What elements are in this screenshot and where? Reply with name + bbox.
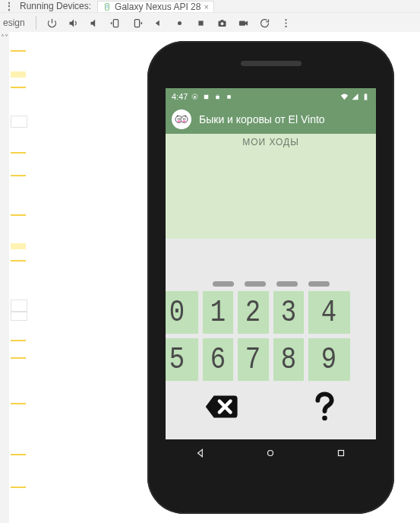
marker bbox=[11, 214, 26, 216]
phone-icon bbox=[103, 3, 112, 11]
svg-point-30 bbox=[268, 451, 273, 456]
power-icon[interactable] bbox=[46, 16, 59, 30]
svg-point-7 bbox=[221, 22, 224, 25]
cow-icon bbox=[174, 113, 189, 125]
marker bbox=[11, 243, 26, 249]
nav-back-icon[interactable] bbox=[195, 448, 206, 458]
svg-rect-15 bbox=[216, 95, 220, 99]
svg-point-23 bbox=[178, 119, 179, 120]
marker bbox=[11, 175, 26, 176]
marker bbox=[11, 312, 27, 321]
signal-icon bbox=[351, 93, 359, 101]
key-8[interactable]: 8 bbox=[273, 338, 305, 381]
wifi-icon bbox=[340, 93, 349, 101]
marker bbox=[11, 340, 26, 341]
svg-point-24 bbox=[179, 119, 181, 120]
svg-rect-31 bbox=[338, 451, 343, 456]
close-icon[interactable]: × bbox=[204, 2, 208, 11]
battery-icon bbox=[362, 93, 370, 101]
marker bbox=[11, 403, 26, 404]
svg-rect-1 bbox=[106, 4, 109, 8]
volume-up-icon[interactable] bbox=[67, 16, 81, 30]
ide-tab-strip: ⋮ Running Devices: Galaxy Nexus API 28 × bbox=[0, 0, 420, 13]
key-7[interactable]: 7 bbox=[238, 338, 269, 381]
svg-point-27 bbox=[178, 120, 181, 122]
app-logo bbox=[172, 109, 191, 129]
svg-rect-8 bbox=[221, 20, 224, 21]
marker bbox=[11, 71, 26, 78]
key-5[interactable]: 5 bbox=[166, 338, 198, 381]
marker bbox=[11, 152, 26, 154]
svg-rect-5 bbox=[199, 21, 204, 25]
record-icon[interactable] bbox=[237, 16, 251, 30]
volume-down-icon[interactable] bbox=[88, 16, 102, 30]
backspace-button[interactable] bbox=[167, 385, 269, 428]
screenshot-icon[interactable] bbox=[216, 16, 229, 30]
nav-home-icon[interactable] bbox=[265, 448, 276, 458]
svg-point-4 bbox=[178, 21, 182, 25]
svg-point-10 bbox=[286, 19, 287, 21]
speaker-grill bbox=[241, 61, 302, 66]
marker bbox=[11, 487, 26, 488]
tab-device-label: Galaxy Nexus API 28 bbox=[115, 2, 201, 12]
gear-icon bbox=[191, 93, 199, 101]
marker bbox=[11, 260, 26, 262]
system-nav-bar bbox=[166, 439, 376, 467]
emulator-toolbar: esign bbox=[0, 12, 420, 33]
device-screen[interactable]: 4:47 bbox=[166, 88, 376, 467]
android-icon bbox=[213, 93, 222, 101]
chevron-down-icon[interactable]: ˄˅ bbox=[0, 33, 9, 42]
back-icon[interactable] bbox=[152, 16, 166, 30]
key-2[interactable]: 2 bbox=[238, 291, 269, 334]
rotate-right-icon[interactable] bbox=[131, 16, 144, 30]
menu-more-icon[interactable] bbox=[279, 16, 293, 30]
key-6[interactable]: 6 bbox=[203, 338, 234, 381]
tab-device[interactable]: Galaxy Nexus API 28 × bbox=[97, 1, 214, 12]
status-time: 4:47 bbox=[172, 92, 188, 101]
svg-rect-3 bbox=[135, 19, 140, 27]
running-devices-label: Running Devices: bbox=[20, 1, 91, 11]
nav-overview-icon[interactable] bbox=[336, 448, 346, 458]
key-3[interactable]: 3 bbox=[273, 291, 305, 334]
svg-point-13 bbox=[194, 96, 197, 98]
app-title: Быки и коровы от El Vinto bbox=[199, 113, 325, 125]
side-design-label: esign bbox=[3, 17, 25, 28]
svg-point-16 bbox=[217, 94, 218, 95]
key-9[interactable]: 9 bbox=[308, 338, 350, 381]
question-icon bbox=[311, 391, 336, 422]
svg-rect-2 bbox=[114, 19, 118, 27]
svg-rect-19 bbox=[365, 94, 368, 100]
svg-rect-9 bbox=[239, 21, 245, 25]
guess-slot[interactable] bbox=[276, 281, 298, 287]
marker bbox=[11, 87, 26, 88]
section-title: МОИ ХОДЫ bbox=[166, 134, 376, 151]
svg-point-29 bbox=[322, 416, 327, 421]
svg-point-12 bbox=[286, 25, 287, 27]
moves-panel bbox=[166, 151, 376, 239]
guess-slot[interactable] bbox=[308, 281, 330, 287]
key-0[interactable]: 0 bbox=[166, 291, 198, 334]
refresh-icon[interactable] bbox=[258, 16, 272, 30]
help-button[interactable] bbox=[273, 385, 375, 428]
marker bbox=[11, 116, 27, 128]
svg-point-26 bbox=[185, 119, 186, 120]
guess-slots bbox=[166, 278, 376, 291]
svg-rect-20 bbox=[365, 93, 367, 94]
guess-slot[interactable] bbox=[213, 281, 234, 287]
key-4[interactable]: 4 bbox=[308, 291, 350, 334]
overview-icon[interactable] bbox=[194, 16, 208, 30]
keypad-actions bbox=[166, 381, 376, 428]
home-dot-icon[interactable] bbox=[173, 16, 187, 30]
guess-slot[interactable] bbox=[245, 281, 266, 287]
key-1[interactable]: 1 bbox=[203, 291, 234, 334]
status-bar: 4:47 bbox=[166, 88, 376, 105]
rotate-left-icon[interactable] bbox=[109, 16, 123, 30]
svg-rect-14 bbox=[204, 94, 209, 99]
square-icon bbox=[202, 93, 210, 101]
svg-rect-18 bbox=[228, 95, 232, 99]
more-icon[interactable]: ⋮ bbox=[5, 1, 14, 11]
device-frame: 4:47 bbox=[147, 41, 394, 514]
keypad-row-1: 0 1 2 3 4 bbox=[166, 291, 376, 334]
svg-point-28 bbox=[183, 120, 186, 122]
marker bbox=[11, 454, 26, 455]
